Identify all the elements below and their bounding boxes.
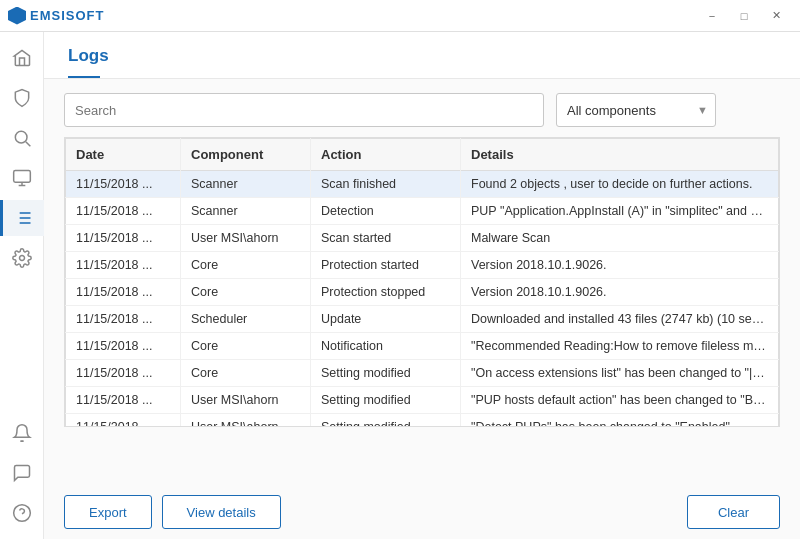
- sidebar-item-help[interactable]: [4, 495, 40, 531]
- cell-details: "Detect PUPs" has been changed to "Enabl…: [461, 414, 779, 428]
- filter-select-wrapper: All components Scanner Core Scheduler Us…: [556, 93, 716, 127]
- cell-details: Version 2018.10.1.9026.: [461, 279, 779, 306]
- titlebar: EMSISOFT − □ ✕: [0, 0, 800, 32]
- search-input[interactable]: [64, 93, 544, 127]
- cell-action: Setting modified: [311, 387, 461, 414]
- cell-component: User MSI\ahorn: [181, 414, 311, 428]
- sidebar-item-chat[interactable]: [4, 455, 40, 491]
- sidebar-item-monitor[interactable]: [4, 160, 40, 196]
- cell-date: 11/15/2018 ...: [66, 198, 181, 225]
- cell-component: User MSI\ahorn: [181, 225, 311, 252]
- close-button[interactable]: ✕: [760, 5, 792, 27]
- table-row[interactable]: 11/15/2018 ...User MSI\ahornSetting modi…: [66, 387, 779, 414]
- table-row[interactable]: 11/15/2018 ...ScannerDetectionPUP "Appli…: [66, 198, 779, 225]
- col-header-date: Date: [66, 139, 181, 171]
- sidebar: [0, 32, 44, 539]
- table-row[interactable]: 11/15/2018 ...User MSI\ahornSetting modi…: [66, 414, 779, 428]
- cell-details: "On access extensions list" has been cha…: [461, 360, 779, 387]
- cell-component: Scheduler: [181, 306, 311, 333]
- svg-point-0: [15, 131, 27, 143]
- table-container: Date Component Action Details 11/15/2018…: [44, 137, 800, 485]
- cell-details: Version 2018.10.1.9026.: [461, 252, 779, 279]
- cell-date: 11/15/2018 ...: [66, 252, 181, 279]
- table-row[interactable]: 11/15/2018 ...CoreSetting modified"On ac…: [66, 360, 779, 387]
- table-row[interactable]: 11/15/2018 ...CoreProtection startedVers…: [66, 252, 779, 279]
- cell-action: Scan started: [311, 225, 461, 252]
- sidebar-item-shield[interactable]: [4, 80, 40, 116]
- sidebar-item-search[interactable]: [4, 120, 40, 156]
- clear-button[interactable]: Clear: [687, 495, 780, 529]
- cell-action: Protection stopped: [311, 279, 461, 306]
- cell-date: 11/15/2018 ...: [66, 414, 181, 428]
- cell-date: 11/15/2018 ...: [66, 279, 181, 306]
- col-header-details: Details: [461, 139, 779, 171]
- table-row[interactable]: 11/15/2018 ...ScannerScan finishedFound …: [66, 171, 779, 198]
- minimize-button[interactable]: −: [696, 5, 728, 27]
- cell-component: Core: [181, 360, 311, 387]
- logo-icon: [8, 7, 26, 25]
- table-header-row: Date Component Action Details: [66, 139, 779, 171]
- cell-action: Setting modified: [311, 414, 461, 428]
- cell-action: Setting modified: [311, 360, 461, 387]
- cell-details: "Recommended Reading:How to remove filel…: [461, 333, 779, 360]
- cell-action: Notification: [311, 333, 461, 360]
- page-title: Logs: [68, 46, 776, 66]
- main-layout: Logs All components Scanner Core Schedul…: [0, 32, 800, 539]
- view-details-button[interactable]: View details: [162, 495, 281, 529]
- cell-date: 11/15/2018 ...: [66, 387, 181, 414]
- maximize-button[interactable]: □: [728, 5, 760, 27]
- table-scroll-wrapper[interactable]: Date Component Action Details 11/15/2018…: [64, 137, 780, 427]
- table-row[interactable]: 11/15/2018 ...CoreProtection stoppedVers…: [66, 279, 779, 306]
- svg-point-12: [13, 505, 30, 522]
- cell-details: "PUP hosts default action" has been chan…: [461, 387, 779, 414]
- table-row[interactable]: 11/15/2018 ...SchedulerUpdateDownloaded …: [66, 306, 779, 333]
- cell-component: Core: [181, 333, 311, 360]
- sidebar-item-home[interactable]: [4, 40, 40, 76]
- sidebar-bottom: [4, 415, 40, 531]
- col-header-component: Component: [181, 139, 311, 171]
- bottom-bar: Export View details Clear: [44, 485, 800, 539]
- table-body: 11/15/2018 ...ScannerScan finishedFound …: [66, 171, 779, 428]
- cell-details: PUP "Application.AppInstall (A)" in "sim…: [461, 198, 779, 225]
- svg-line-1: [25, 142, 30, 147]
- cell-date: 11/15/2018 ...: [66, 225, 181, 252]
- page-header: Logs: [44, 32, 800, 79]
- cell-action: Protection started: [311, 252, 461, 279]
- cell-action: Update: [311, 306, 461, 333]
- page-title-underline: [68, 76, 100, 78]
- filter-select[interactable]: All components Scanner Core Scheduler Us…: [556, 93, 716, 127]
- window-controls: − □ ✕: [696, 5, 792, 27]
- cell-component: Scanner: [181, 171, 311, 198]
- cell-component: User MSI\ahorn: [181, 387, 311, 414]
- table-row[interactable]: 11/15/2018 ...User MSI\ahornScan started…: [66, 225, 779, 252]
- titlebar-left: EMSISOFT: [8, 7, 104, 25]
- app-title: EMSISOFT: [30, 8, 104, 23]
- cell-details: Malware Scan: [461, 225, 779, 252]
- cell-action: Scan finished: [311, 171, 461, 198]
- toolbar: All components Scanner Core Scheduler Us…: [44, 79, 800, 137]
- log-table: Date Component Action Details 11/15/2018…: [65, 138, 779, 427]
- cell-date: 11/15/2018 ...: [66, 171, 181, 198]
- svg-rect-2: [13, 171, 30, 183]
- app-logo: EMSISOFT: [8, 7, 104, 25]
- cell-date: 11/15/2018 ...: [66, 360, 181, 387]
- sidebar-item-settings[interactable]: [4, 240, 40, 276]
- table-row[interactable]: 11/15/2018 ...CoreNotification"Recommend…: [66, 333, 779, 360]
- cell-details: Downloaded and installed 43 files (2747 …: [461, 306, 779, 333]
- sidebar-item-logs[interactable]: [0, 200, 44, 236]
- cell-component: Scanner: [181, 198, 311, 225]
- cell-action: Detection: [311, 198, 461, 225]
- sidebar-item-bell[interactable]: [4, 415, 40, 451]
- cell-date: 11/15/2018 ...: [66, 333, 181, 360]
- export-button[interactable]: Export: [64, 495, 152, 529]
- cell-date: 11/15/2018 ...: [66, 306, 181, 333]
- svg-point-11: [19, 256, 24, 261]
- content-area: Logs All components Scanner Core Schedul…: [44, 32, 800, 539]
- cell-component: Core: [181, 252, 311, 279]
- cell-details: Found 2 objects , user to decide on furt…: [461, 171, 779, 198]
- col-header-action: Action: [311, 139, 461, 171]
- cell-component: Core: [181, 279, 311, 306]
